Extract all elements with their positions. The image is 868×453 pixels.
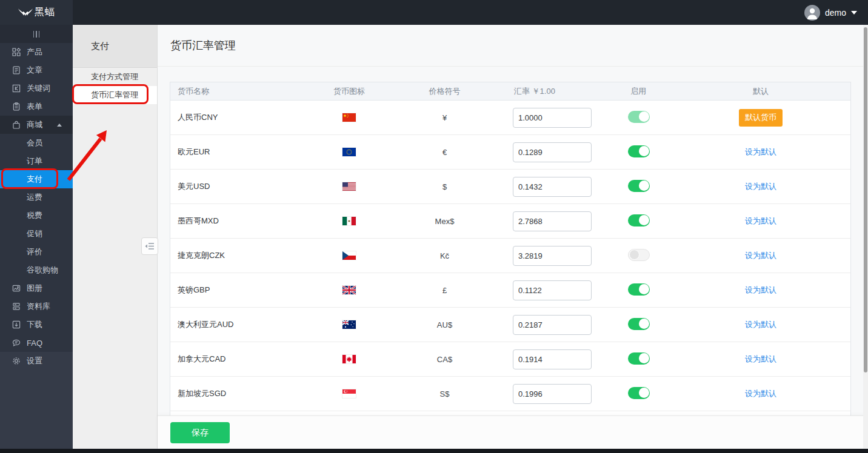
sidebar-item-gallery[interactable]: 图册 [0,279,73,297]
enable-toggle[interactable] [628,214,650,226]
submenu-item-payment-methods[interactable]: 支付方式管理 [73,68,157,86]
enable-toggle[interactable] [628,283,650,296]
set-default-link[interactable]: 设为默认 [745,319,776,330]
rate-input[interactable] [513,349,592,369]
currency-name: 美元USD [170,181,322,192]
sidebar-item-label: 谷歌购物 [27,265,58,276]
sidebar-item-google-shopping[interactable]: 谷歌购物 [0,261,73,279]
currency-name: 新加坡元SGD [170,388,322,399]
sidebar-item-keywords[interactable]: 关键词 [0,79,73,98]
rate-input[interactable] [513,108,592,128]
sidebar-item-label: 下载 [27,319,42,330]
col-header-default: 默认 [671,86,850,97]
flag-mx-icon [322,217,376,225]
flag-eu-icon [322,148,376,156]
sidebar-item-label: 设置 [27,355,42,366]
flag-gb-icon [322,286,376,294]
enable-toggle[interactable] [628,249,650,261]
default-currency-button[interactable]: 默认货币 [739,109,783,127]
set-default-link[interactable]: 设为默认 [745,250,776,261]
sidebar-item-mall[interactable]: 商城 [0,116,73,134]
sidebar-item-label: 促销 [27,228,42,239]
flag-cn-icon [322,113,376,122]
enable-toggle[interactable] [628,145,650,157]
rate-input[interactable] [513,315,592,335]
rate-input[interactable] [513,280,592,300]
submenu-item-label: 支付方式管理 [91,71,138,82]
save-button[interactable]: 保存 [170,422,230,443]
rate-input[interactable] [513,211,592,231]
flag-ca-icon [322,355,376,363]
rate-input[interactable] [513,246,592,266]
logo-text: 黑蝠 [35,6,55,19]
sidebar-item-label: 关键词 [27,83,50,94]
gallery-icon [12,284,21,293]
enable-toggle[interactable] [628,318,650,330]
mall-icon [12,121,21,129]
bat-logo-icon [18,8,33,17]
sidebar-collapse-button[interactable] [0,25,73,43]
sidebar-item-settings[interactable]: 设置 [0,352,73,370]
flag-us-icon [322,182,376,191]
submenu-item-currency-rates[interactable]: 货币汇率管理 [73,86,157,104]
sidebar-item-label: 会员 [27,137,42,148]
enable-toggle[interactable] [628,180,650,192]
set-default-link[interactable]: 设为默认 [745,354,776,365]
col-header-rate: 汇率 ￥1.00 [513,86,628,97]
sidebar-item-faq[interactable]: FAQ [0,334,73,352]
rate-input[interactable] [513,384,592,404]
price-symbol: $ [376,182,513,191]
flag-cz-icon [322,251,376,260]
sidebar-item-shipping[interactable]: 运费 [0,188,73,207]
price-symbol: € [376,148,513,157]
rate-input[interactable] [513,177,592,197]
scrollbar-thumb[interactable] [864,27,867,372]
faq-icon [12,339,21,347]
set-default-link[interactable]: 设为默认 [745,147,776,157]
sidebar-item-payment[interactable]: 支付 [0,170,73,188]
sidebar-item-label: 支付 [27,174,42,185]
secondary-panel-menu: 支付方式管理货币汇率管理 [73,68,157,104]
caret-up-icon [57,124,62,127]
sidebar-item-members[interactable]: 会员 [0,134,73,152]
menu-fold-icon [144,242,155,251]
table-row: 新加坡元SGD S$ 设为默认 [170,377,850,411]
rate-input[interactable] [513,142,592,162]
set-default-link[interactable]: 设为默认 [745,388,776,399]
sidebar-item-library[interactable]: 资料库 [0,297,73,316]
sidebar-item-orders[interactable]: 订单 [0,152,73,170]
sidebar-item-label: 评价 [27,246,42,257]
table-body: 人民币CNY ¥ 默认货币 欧元EUR € 设为默认 美元USD $ 设为默认 … [170,101,850,411]
flag-au-icon [322,320,376,329]
sidebar-item-articles[interactable]: 文章 [0,61,73,79]
article-icon [12,66,21,74]
page-scrollbar[interactable] [863,25,868,449]
settings-icon [12,357,21,365]
enable-toggle[interactable] [628,111,650,123]
col-header-price-symbol: 价格符号 [376,86,513,97]
set-default-link[interactable]: 设为默认 [745,181,776,192]
sidebar-item-label: FAQ [27,339,42,348]
enable-toggle[interactable] [628,387,650,399]
sidebar-item-label: 运费 [27,192,42,203]
table-row: 捷克克朗CZK Kč 设为默认 [170,239,850,273]
price-symbol: S$ [376,389,513,398]
enable-toggle[interactable] [628,352,650,365]
chevron-down-icon [851,11,857,15]
currency-name: 墨西哥MXD [170,216,322,226]
form-icon [12,102,21,111]
sidebar-item-forms[interactable]: 表单 [0,98,73,116]
set-default-link[interactable]: 设为默认 [745,285,776,296]
currency-name: 加拿大元CAD [170,354,322,365]
sidebar-item-tax[interactable]: 税费 [0,207,73,225]
panel-collapse-button[interactable] [141,237,158,255]
sidebar-item-label: 图册 [27,283,42,294]
sidebar-item-reviews[interactable]: 评价 [0,243,73,261]
currency-table: 货币名称 货币图标 价格符号 汇率 ￥1.00 启用 默认 人民币CNY ¥ 默… [170,82,851,416]
sidebar-item-download[interactable]: 下载 [0,316,73,334]
keyword-icon [12,84,21,93]
sidebar-item-promotion[interactable]: 促销 [0,225,73,243]
sidebar-item-products[interactable]: 产品 [0,43,73,61]
user-menu[interactable]: demo [804,0,857,25]
set-default-link[interactable]: 设为默认 [745,216,776,226]
